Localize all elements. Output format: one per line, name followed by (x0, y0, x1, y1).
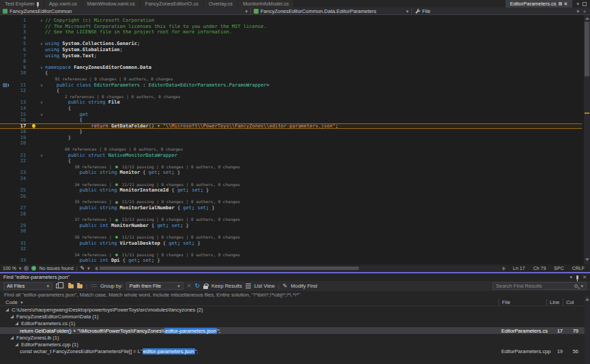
eol-indicator[interactable]: CRLF (570, 266, 587, 271)
code-line[interactable]: 8 (0, 59, 582, 65)
search-find-results-input[interactable]: Search Find Results ▾ (492, 282, 587, 290)
code-line[interactable]: 21∨ public struct NativeMonitorDataWrapp… (0, 153, 582, 159)
char-indicator[interactable]: Ch 79 (531, 266, 549, 271)
code-editor[interactable]: 1∨// Copyright (c) Microsoft Corporation… (0, 15, 590, 264)
code-line[interactable]: 30 (0, 228, 582, 234)
scope-dropdown[interactable]: All Files ▾ (3, 282, 53, 290)
code-line[interactable]: 6using System.Globalization; (0, 47, 582, 53)
codelens-row[interactable]: 60 references | 0 changes | 0 authors, 0… (0, 147, 582, 153)
tree-expand-icon[interactable] (5, 308, 9, 312)
code-line[interactable]: 11∨ public class EditorParameters : Edit… (0, 82, 582, 89)
code-line[interactable]: 15∨ get (0, 112, 582, 118)
code-line[interactable]: 28 (0, 211, 582, 217)
codelens-text[interactable]: 38 references | 12/12 passing | 0 change… (45, 164, 240, 169)
code-line[interactable]: 24 (0, 176, 582, 182)
tab-overlay-cs[interactable]: Overlay.cs (204, 0, 237, 7)
list-view-icon[interactable] (246, 284, 251, 288)
line-indicator[interactable]: Ln 17 (510, 266, 528, 271)
active-files-dropdown-icon[interactable]: ▾ (576, 1, 579, 6)
code-line[interactable]: 5∨using System.Collections.Generic; (0, 41, 582, 47)
code-line[interactable]: 3// See the LICENSE file in the project … (0, 29, 582, 35)
edit-mode-icon[interactable]: ✎ (80, 266, 85, 271)
split-editor-icon[interactable]: ＋ (582, 7, 587, 15)
horizontal-scrollbar[interactable] (94, 266, 506, 271)
preview-toggle-icon[interactable] (91, 284, 97, 288)
code-line[interactable]: 12 { (0, 88, 582, 94)
tab-test-explorer[interactable]: Test Explorer (0, 0, 44, 7)
code-line[interactable]: 25 public string MonitorInstanceId { get… (0, 187, 582, 194)
fold-arrow-icon[interactable]: ∨ (38, 100, 45, 106)
code-line[interactable]: 20 (0, 140, 582, 147)
code-line[interactable]: 2// The Microsoft Corporation licenses t… (0, 24, 582, 30)
code-line[interactable]: 7using System.Text; (0, 53, 582, 59)
codelens-row[interactable]: 34 references | 11/11 passing | 0 change… (0, 182, 582, 188)
scrollbar-thumb[interactable] (585, 22, 589, 76)
navbar-dropdown-icon[interactable]: ▾ (576, 9, 579, 14)
tree-expand-icon[interactable] (10, 315, 14, 318)
close-icon[interactable]: ✕ (564, 1, 568, 6)
space-indicator[interactable]: SPC (551, 266, 566, 271)
scroll-right-icon[interactable] (503, 267, 505, 271)
code-line[interactable]: 19 } (0, 135, 582, 141)
pin-icon[interactable] (37, 2, 39, 6)
code-line[interactable]: 23 public string Monitor { get; set; } (0, 170, 582, 176)
editor-vertical-scrollbar[interactable] (584, 15, 590, 264)
tab-monitorinfomodel-cs[interactable]: MonitorInfoModel.cs (238, 0, 294, 7)
list-view-label[interactable]: List View (254, 283, 275, 289)
result-match-row[interactable]: return GetDataFolder() + "\\Microsoft\\P… (0, 327, 590, 334)
tree-expand-icon[interactable] (10, 336, 14, 339)
codelens-row[interactable]: 34 references | 11/11 passing | 0 change… (0, 252, 582, 258)
codelens-text[interactable]: 36 references | 11/11 passing | 0 change… (45, 234, 240, 239)
type-dropdown[interactable]: FancyZonesEditorCommon.Data.EditorParame… (251, 7, 412, 14)
result-group-row[interactable]: FancyZonesEditorCommon\Data (1) (0, 313, 590, 320)
keep-open-icon[interactable] (559, 2, 562, 5)
codelens-text[interactable]: 91 references | 0 changes | 0 authors, 0… (45, 76, 173, 81)
code-line[interactable]: 26 (0, 194, 582, 200)
code-line[interactable]: 33 public int Dpi { get; set; } (0, 258, 582, 264)
lock-icon[interactable] (203, 286, 208, 289)
fold-arrow-icon[interactable]: ∨ (38, 112, 45, 118)
codelens-text[interactable]: 37 references | 13/13 passing | 0 change… (45, 217, 240, 222)
result-group-row[interactable]: FancyZonesLib (1) (0, 334, 590, 341)
chevron-down-icon[interactable]: ▾ (87, 266, 90, 271)
codelens-row[interactable]: 38 references | 12/12 passing | 0 change… (0, 164, 582, 170)
lightbulb-icon[interactable] (32, 124, 35, 127)
code-line[interactable]: 22 { (0, 158, 582, 164)
project-dropdown[interactable]: FancyZonesEditorCommon ▾ (0, 7, 251, 14)
tab-editorparameters[interactable]: EditorParameters.cs ✕ (505, 0, 573, 7)
fold-arrow-icon[interactable]: ∨ (38, 65, 45, 71)
result-match-row[interactable]: const wchar_t FancyZonesEditorParameters… (0, 348, 590, 355)
member-dropdown[interactable]: File (412, 7, 574, 14)
code-line[interactable]: 31 public string VirtualDesktop { get; s… (0, 241, 582, 247)
code-line[interactable]: 32 (0, 246, 582, 252)
code-line[interactable]: 29 public int MonitorNumber { get; set; … (0, 223, 582, 229)
health-status[interactable]: No issues found (39, 266, 73, 271)
feedback-icon[interactable] (24, 266, 29, 271)
codelens-text[interactable]: 34 references | 11/11 passing | 0 change… (45, 182, 240, 187)
code-line[interactable]: 10{ (0, 70, 582, 76)
fold-arrow-icon[interactable]: ∨ (38, 153, 45, 159)
tab-mainwindow-xaml-cs[interactable]: MainWindow.xaml.cs (83, 0, 140, 7)
column-code[interactable]: Code ▾ (0, 299, 23, 305)
collapse-all-icon[interactable] (77, 284, 83, 288)
code-line[interactable]: 17 return GetDataFolder() + "\\Microsoft… (0, 123, 582, 130)
float-window-icon[interactable] (582, 2, 587, 6)
pin-icon[interactable] (576, 275, 578, 279)
column-col[interactable]: Col (563, 299, 579, 306)
scroll-down-icon[interactable] (585, 258, 589, 261)
codelens-row[interactable]: 35 references | 11/11 passing | 0 change… (0, 199, 582, 205)
window-position-icon[interactable]: ▾ (570, 275, 573, 279)
results-scrollbar[interactable] (585, 296, 590, 364)
result-group-row[interactable]: EditorParameters.cpp (1) (0, 341, 590, 348)
zoom-level[interactable]: 100 % (3, 266, 16, 271)
code-line[interactable]: 27 public string MonitorSerialNumber { g… (0, 205, 582, 211)
find-panel-titlebar[interactable]: Find "editor-parameters.json" ▾ ✕ (0, 273, 590, 281)
expand-all-icon[interactable] (68, 284, 74, 288)
tab-fancyzoneseditorio-cs[interactable]: FancyZonesEditorIO.cs (141, 0, 203, 7)
zoom-dropdown-icon[interactable]: ▾ (19, 266, 22, 271)
column-file[interactable]: File (499, 299, 546, 306)
pencil-icon[interactable]: ✎ (283, 284, 288, 289)
codelens-row[interactable]: 91 references | 0 changes | 0 authors, 0… (0, 76, 582, 82)
modify-find-label[interactable]: Modify Find (291, 283, 317, 289)
close-icon[interactable]: ✕ (582, 275, 587, 279)
